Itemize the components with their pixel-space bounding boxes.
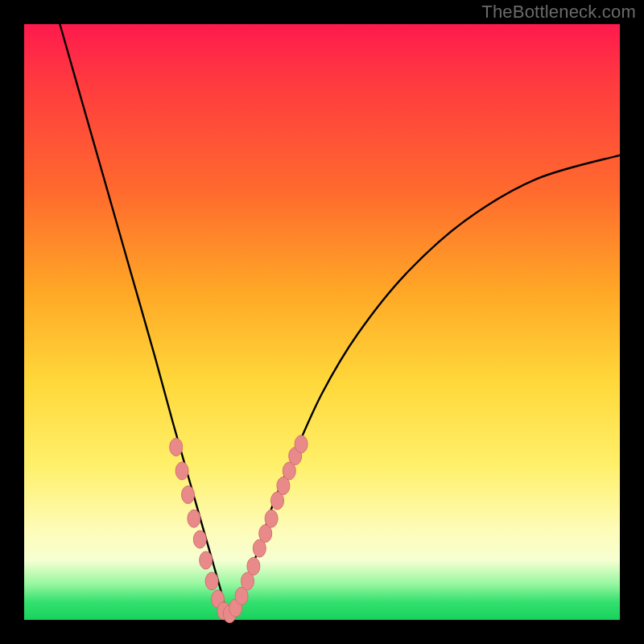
watermark-text: TheBottleneck.com xyxy=(481,2,636,23)
bead xyxy=(193,530,206,548)
bead xyxy=(175,462,188,480)
bead xyxy=(265,510,278,527)
chart-svg xyxy=(24,24,620,620)
plot-area xyxy=(24,24,620,620)
bead-group xyxy=(170,436,308,623)
bead xyxy=(205,572,218,590)
bead xyxy=(182,486,195,504)
bead xyxy=(295,436,308,453)
bead xyxy=(200,551,213,569)
bead xyxy=(170,438,183,456)
bottleneck-curve xyxy=(60,24,620,616)
chart-frame: TheBottleneck.com xyxy=(0,0,644,644)
bead xyxy=(247,557,260,575)
bead xyxy=(188,510,200,527)
